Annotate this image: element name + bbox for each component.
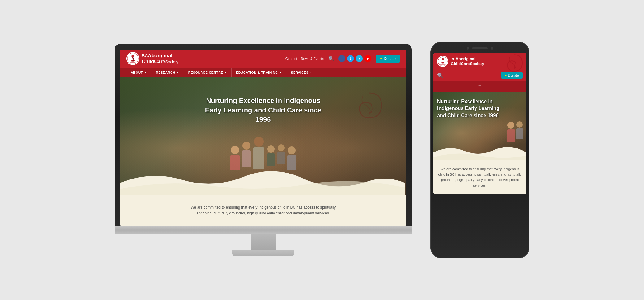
monitor-stand-neck — [251, 234, 276, 250]
donate-button[interactable]: ♥ Donate — [376, 55, 400, 63]
twitter-icon[interactable]: t — [347, 55, 354, 62]
mobile-hero-wave — [433, 142, 526, 160]
hamburger-menu-icon[interactable]: ≡ — [478, 83, 482, 90]
mobile-nav-bar: ≡ — [433, 81, 526, 92]
mobile-below-hero: We are committed to ensuring that every … — [433, 160, 526, 194]
person-5 — [277, 144, 285, 164]
mobile-logo-icon — [437, 56, 448, 67]
vimeo-icon[interactable]: v — [356, 55, 363, 62]
services-dropdown-arrow: ▼ — [310, 71, 312, 74]
social-icons: f t v ▶ — [338, 55, 371, 62]
tagline-text: We are committed to ensuring that every … — [189, 205, 337, 216]
phone-speaker — [472, 47, 488, 49]
logo-society: Society — [165, 60, 179, 64]
donate-label: Donate — [384, 56, 396, 61]
mobile-tagline-text: We are committed to ensuring that every … — [438, 166, 522, 188]
person-2 — [242, 142, 251, 167]
mobile-hero-headline: Nurturing Excellence in Indigenous Early… — [437, 98, 502, 119]
logo-icon — [126, 52, 139, 65]
logo-bc: BC — [142, 53, 148, 58]
mobile-mockup: BCAboriginal ChildCareSociety 🔍 ♥ Donate — [430, 42, 529, 258]
person-4 — [267, 145, 275, 166]
monitor-screen: BCAboriginal ChildCareSociety Contact Ne… — [120, 50, 406, 226]
phone-screen: BCAboriginal ChildCareSociety 🔍 ♥ Donate — [433, 53, 526, 194]
about-dropdown-arrow: ▼ — [144, 71, 147, 74]
hero-background: Nurturing Excellence in Indigenous Early… — [120, 77, 406, 195]
mobile-person-2 — [516, 121, 523, 139]
facebook-icon[interactable]: f — [338, 55, 345, 62]
mobile-logo-text: BCAboriginal ChildCareSociety — [451, 56, 484, 66]
monitor-chin — [115, 226, 412, 234]
nav-resource-centre[interactable]: RESOURCE CENTRE ▼ — [184, 68, 232, 77]
below-hero-section: We are committed to ensuring that every … — [120, 195, 406, 226]
mobile-swirl — [502, 53, 526, 77]
heart-icon: ♥ — [380, 56, 382, 61]
top-links: Contact News & Events — [285, 57, 324, 60]
phone-frame: BCAboriginal ChildCareSociety 🔍 ♥ Donate — [430, 42, 529, 258]
nav-about[interactable]: ABOUT ▼ — [126, 68, 151, 77]
nav-education-training[interactable]: EDUCATION & TRAINING ▼ — [232, 68, 286, 77]
desktop-mockup: BCAboriginal ChildCareSociety Contact Ne… — [115, 44, 412, 256]
mobile-logo-bar: BCAboriginal ChildCareSociety — [433, 53, 526, 70]
phone-camera-right — [491, 47, 493, 50]
resource-dropdown-arrow: ▼ — [224, 71, 227, 74]
research-dropdown-arrow: ▼ — [176, 71, 179, 74]
youtube-icon[interactable]: ▶ — [364, 55, 371, 62]
contact-link[interactable]: Contact — [285, 57, 297, 60]
hero-headline: Nurturing Excellence in Indigenous Early… — [201, 96, 325, 125]
phone-top-bar — [433, 47, 526, 50]
phone-camera — [467, 47, 469, 50]
hero-wave — [120, 164, 405, 195]
monitor-frame: BCAboriginal ChildCareSociety Contact Ne… — [115, 44, 412, 226]
nav-services[interactable]: SERVICES ▼ — [286, 68, 316, 77]
hero-text-block: Nurturing Excellence in Indigenous Early… — [201, 96, 325, 125]
mobile-search-icon[interactable]: 🔍 — [437, 73, 443, 78]
monitor-stand-base — [232, 250, 294, 256]
svg-point-3 — [442, 58, 444, 60]
nav-research[interactable]: RESEARCH ▼ — [151, 68, 184, 77]
news-events-link[interactable]: News & Events — [301, 57, 324, 60]
logo-area: BCAboriginal ChildCareSociety — [126, 52, 178, 65]
mobile-site-header: BCAboriginal ChildCareSociety 🔍 ♥ Donate — [433, 53, 526, 92]
education-dropdown-arrow: ▼ — [279, 71, 282, 74]
hero-area: Nurturing Excellence in Indigenous Early… — [120, 77, 406, 195]
site-header: BCAboriginal ChildCareSociety Contact Ne… — [120, 50, 406, 77]
mobile-hero: Nurturing Excellence in Indigenous Early… — [433, 92, 526, 160]
search-icon[interactable]: 🔍 — [328, 56, 334, 61]
logo-text: BCAboriginal ChildCareSociety — [142, 53, 178, 64]
top-bar: BCAboriginal ChildCareSociety Contact Ne… — [120, 50, 406, 68]
logo-childcare: ChildCareSociety — [142, 59, 178, 64]
mobile-hero-text: Nurturing Excellence in Indigenous Early… — [437, 98, 502, 119]
mobile-person-1 — [507, 122, 515, 142]
mobile-people — [507, 121, 523, 142]
main-nav: ABOUT ▼ RESEARCH ▼ RESOURCE CENTRE ▼ EDU… — [120, 68, 406, 77]
top-right-area: Contact News & Events 🔍 f t v ▶ ♥ Don — [285, 55, 400, 63]
logo-main: Aboriginal — [148, 53, 172, 58]
hero-swirl-decoration — [350, 90, 388, 127]
